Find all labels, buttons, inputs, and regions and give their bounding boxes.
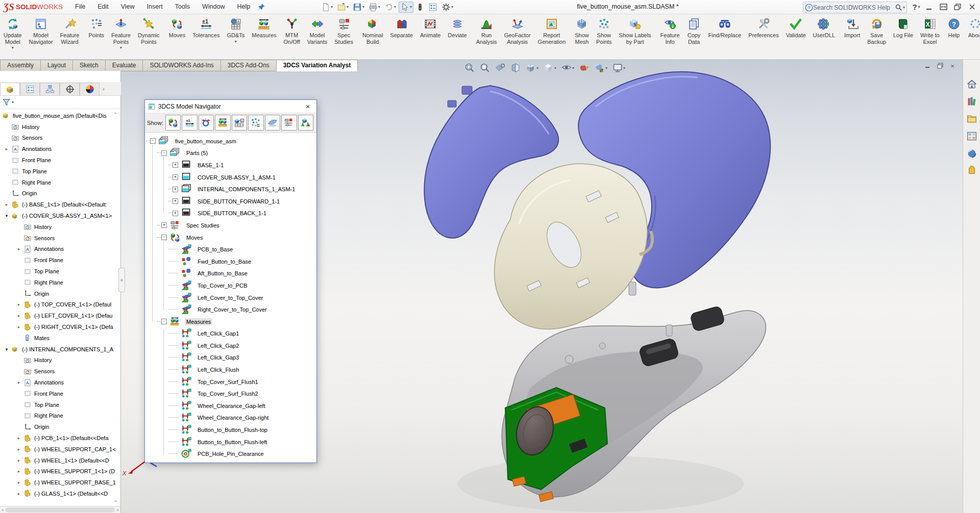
tab-assembly[interactable]: Assembly — [0, 60, 41, 71]
flyout-arrow-icon[interactable]: ▾ — [12, 45, 14, 50]
model-navigator-button[interactable]: ModelNavigator — [25, 15, 56, 57]
feature-tree-item[interactable]: Top Plane — [0, 399, 121, 411]
collapse-box[interactable]: - — [161, 235, 167, 240]
dropdown-arrow-icon[interactable]: ▾ — [451, 5, 453, 9]
points-button[interactable]: Points — [85, 15, 108, 57]
navigator-tree-item[interactable]: +SIDE_BUTTON_BACK_1-1 — [145, 208, 316, 220]
validate-button[interactable]: Validate — [782, 15, 810, 57]
menu-tools[interactable]: Tools — [169, 0, 196, 14]
feature-tree-item[interactable]: Sensors — [0, 366, 121, 377]
collapsed-arrow-icon[interactable]: ▸ — [2, 146, 11, 151]
navigator-tree-item[interactable]: Wheel_Clearance_Gap-right — [145, 412, 316, 424]
deviate-button[interactable]: Deviate — [444, 15, 470, 57]
flyout-arrow-icon[interactable]: ▾ — [235, 39, 237, 44]
feature-tree-item[interactable]: ▸(-) WHEEL_SUPPORT_1<1> (D — [0, 466, 121, 477]
collapsed-arrow-icon[interactable]: ▸ — [14, 480, 23, 485]
tool-spec-button[interactable] — [281, 115, 297, 131]
feature-points-button[interactable]: FeaturePoints▾ — [108, 15, 134, 57]
home-tab[interactable] — [965, 77, 979, 91]
feature-tree-item[interactable]: Right Plane — [0, 177, 121, 188]
collapsed-arrow-icon[interactable]: ▸ — [14, 447, 23, 452]
edit-appearance-button[interactable] — [578, 62, 591, 74]
menu-view[interactable]: View — [115, 0, 141, 14]
navigator-tree-item[interactable]: +BASE_1-1 — [145, 159, 316, 171]
expand-box[interactable]: + — [173, 198, 178, 204]
navigator-tree-item[interactable]: Top_Cover_Surf_Flush1 — [145, 376, 316, 388]
navigator-tree-item[interactable]: Button_to_Button_Flush-left — [145, 436, 316, 448]
tab-evaluate[interactable]: Evaluate — [106, 60, 143, 71]
display-style-button[interactable]: ▾ — [542, 62, 558, 74]
navigator-tree-item[interactable]: -Parts (5) — [145, 147, 316, 160]
tool-labels-button[interactable]: A — [232, 115, 247, 131]
zoom-fit-button[interactable] — [463, 62, 476, 74]
dropdown-arrow-icon[interactable]: ▾ — [331, 5, 333, 9]
tab-3dcs-variation-analyst[interactable]: 3DCS Variation Analyst — [277, 60, 358, 71]
navigator-tree-item[interactable]: Left_Click_Flush — [145, 364, 316, 376]
feature-tree-item[interactable]: Front Plane — [0, 254, 121, 266]
tool-moves-button[interactable] — [165, 115, 181, 131]
show-mesh-button[interactable]: ShowMesh — [571, 15, 593, 57]
mtm-on-off-button[interactable]: MTMOn/Off — [280, 15, 304, 57]
feature-tree-item[interactable]: ▸(-) WHEEL_1<1> (Default<<D — [0, 455, 121, 466]
section-view-button[interactable] — [509, 62, 522, 74]
expand-box[interactable]: + — [161, 222, 167, 228]
nominal-build-button[interactable]: NominalBuild — [359, 15, 386, 57]
pin-icon[interactable] — [257, 3, 265, 11]
tree-horizontal-scrollbar[interactable]: ‹ › — [0, 506, 120, 513]
scrollbar-thumb[interactable] — [6, 507, 115, 512]
dropdown-arrow-icon[interactable]: ▾ — [378, 5, 380, 9]
navigator-tree-item[interactable]: -Moves — [145, 232, 316, 244]
feature-tree-item[interactable]: Sensors — [0, 233, 121, 244]
navigator-tree-item[interactable]: Button_to_Button_Flush-top — [145, 424, 316, 436]
find-replace-button[interactable]: Find/Replace — [705, 15, 745, 57]
run-analysis-button[interactable]: RunAnalysis — [473, 15, 501, 57]
save-backup-button[interactable]: SaveBackup — [864, 15, 890, 57]
collapsed-arrow-icon[interactable]: ▸ — [14, 380, 23, 385]
save-button[interactable]: ▾ — [351, 2, 366, 13]
expanded-arrow-icon[interactable]: ▾ — [2, 213, 11, 218]
update-model-button[interactable]: UpdateModel▾ — [0, 15, 25, 57]
feature-tree-item[interactable]: History — [0, 121, 121, 133]
view-settings-button[interactable]: ▾ — [611, 62, 627, 74]
scroll-right-icon[interactable]: › — [117, 507, 118, 512]
flyout-arrow-icon[interactable]: ▾ — [120, 45, 122, 50]
close-button[interactable] — [965, 1, 979, 13]
feature-tree-item[interactable]: Top Plane — [0, 266, 121, 277]
feature-tree-item[interactable]: ▸(-) TOP_COVER_1<1> (Defaul — [0, 299, 121, 311]
help-menu-button[interactable]: ?▾ — [910, 1, 923, 12]
displaymanager-tab[interactable] — [80, 83, 100, 95]
tool-points-button[interactable] — [248, 115, 263, 131]
dropdown-arrow-icon[interactable]: ▾ — [623, 66, 625, 70]
show-points-button[interactable]: ShowPoints — [593, 15, 616, 57]
dropdown-arrow-icon[interactable]: ▾ — [347, 5, 349, 9]
userdll-button[interactable]: UserDLL — [810, 15, 839, 57]
design-library-tab[interactable] — [965, 94, 979, 109]
previous-view-button[interactable] — [494, 62, 507, 74]
expand-box[interactable]: + — [173, 162, 178, 168]
navigator-close-icon[interactable]: × — [302, 102, 313, 111]
select-cursor-button[interactable]: ▾ — [399, 2, 413, 13]
doc-minimize-icon[interactable] — [922, 61, 934, 70]
navigator-tree-item[interactable]: Top_Cover_Surf_Flush2 — [145, 388, 316, 400]
navigator-tree-item[interactable]: Left_Click_Gap3 — [145, 352, 316, 364]
collapsed-arrow-icon[interactable]: ▸ — [14, 458, 23, 463]
show-labels-by-part-button[interactable]: Show Labelsby Part — [616, 15, 655, 57]
scroll-left-icon[interactable]: ‹ — [2, 507, 4, 512]
menu-insert[interactable]: Insert — [141, 0, 169, 14]
view-palette-tab[interactable] — [965, 129, 979, 143]
feature-tree-item[interactable]: History — [0, 221, 121, 233]
feature-tree-item[interactable]: Top Plane — [0, 166, 121, 177]
navigator-tree-item[interactable]: Left_Click_Gap1 — [145, 328, 316, 340]
geofactor-analysis-button[interactable]: GeoFactorAnalysis — [501, 15, 534, 57]
file-explorer-tab[interactable] — [965, 112, 979, 126]
dropdown-arrow-icon[interactable]: ▾ — [410, 5, 412, 9]
dropdown-arrow-icon[interactable]: ▾ — [394, 5, 396, 9]
tab-sketch[interactable]: Sketch — [73, 60, 106, 71]
tool-tolerances-button[interactable]: ±1 — [182, 115, 197, 131]
feature-tree-item[interactable]: ▾(-) INTERNAL_COMPONENTS_1_A — [0, 344, 121, 355]
expand-box[interactable]: + — [173, 211, 178, 216]
filter-dropdown-arrow[interactable]: ▾ — [12, 100, 14, 105]
spec-studies-button[interactable]: SpecStudies — [331, 15, 357, 57]
traffic-light-button[interactable] — [414, 2, 426, 13]
report-generation-button[interactable]: ReportGeneration — [534, 15, 569, 57]
